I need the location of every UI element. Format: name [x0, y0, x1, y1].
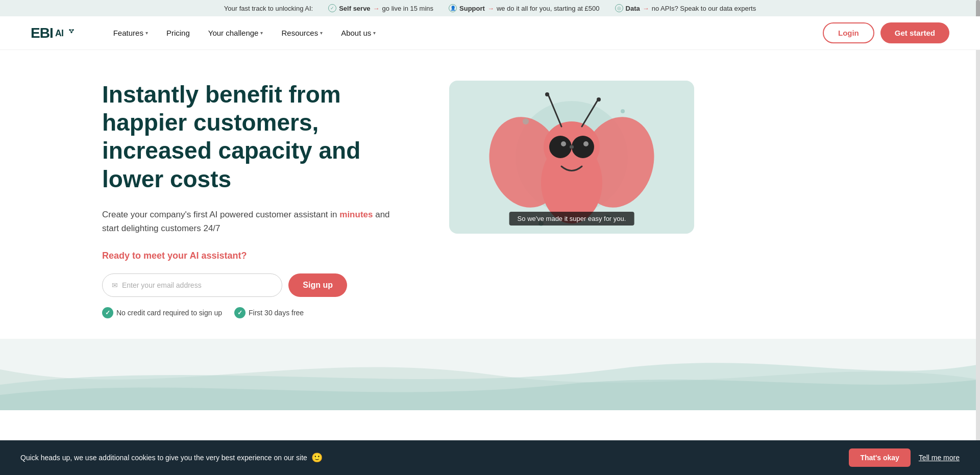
data-detail: no APIs? Speak to our data experts: [652, 5, 756, 12]
features-chevron-icon: ▾: [145, 30, 148, 36]
resources-chevron-icon: ▾: [320, 30, 323, 36]
banner-item-self-serve: ✓ Self serve → go live in 15 mins: [328, 4, 433, 12]
support-detail: we do it all for you, starting at £500: [497, 5, 600, 12]
data-label: Data: [626, 5, 640, 12]
check-icon-no-cc: ✓: [102, 307, 113, 318]
svg-line-5: [71, 30, 73, 32]
nav-actions: Login Get started: [823, 22, 949, 43]
nav-resources[interactable]: Resources ▾: [274, 24, 330, 41]
svg-point-24: [621, 109, 625, 113]
nav-pricing[interactable]: Pricing: [159, 24, 197, 41]
trust-badges: ✓ No credit card required to sign up ✓ F…: [102, 307, 408, 318]
navbar: EBI AI Features ▾ Pricing Your challenge: [0, 16, 980, 50]
data-icon: ◎: [615, 4, 623, 12]
svg-rect-21: [570, 145, 574, 148]
logo-text: EBI: [31, 25, 53, 41]
signup-button[interactable]: Sign up: [288, 273, 347, 297]
svg-point-18: [561, 141, 566, 146]
trust-badge-no-cc: ✓ No credit card required to sign up: [102, 307, 222, 318]
svg-point-25: [523, 118, 529, 124]
bug-illustration: So we've made it super easy for you.: [449, 81, 694, 234]
self-serve-icon: ✓: [328, 4, 336, 12]
self-serve-detail: go live in 15 mins: [382, 5, 433, 12]
hero-title: Instantly benefit from happier customers…: [102, 81, 408, 193]
mail-icon: ✉: [112, 281, 118, 289]
video-caption: So we've made it super easy for you.: [509, 212, 634, 226]
logo-ai-icon: AI: [55, 26, 76, 41]
nav-links: Features ▾ Pricing Your challenge ▾ Reso…: [106, 24, 823, 41]
hero-section: Instantly benefit from happier customers…: [0, 50, 980, 339]
nav-about-us[interactable]: About us ▾: [334, 24, 383, 41]
trust-badge-free-trial-label: First 30 days free: [249, 309, 304, 317]
check-icon-free-trial: ✓: [234, 307, 246, 318]
support-icon: 👤: [449, 4, 457, 12]
svg-point-19: [583, 141, 589, 146]
self-serve-label: Self serve: [339, 5, 370, 12]
svg-text:AI: AI: [55, 28, 63, 38]
trust-badge-free-trial: ✓ First 30 days free: [234, 307, 304, 318]
email-form: ✉ Sign up: [102, 273, 347, 297]
scrollbar[interactable]: [976, 0, 980, 410]
hero-right: So we've made it super easy for you.: [449, 81, 694, 234]
svg-point-14: [545, 92, 549, 96]
wave-section: [0, 339, 980, 410]
trust-badge-no-cc-label: No credit card required to sign up: [116, 309, 222, 317]
banner-item-data: ◎ Data → no APIs? Speak to our data expe…: [615, 4, 756, 12]
your-challenge-chevron-icon: ▾: [260, 30, 263, 36]
hero-left: Instantly benefit from happier customers…: [102, 81, 408, 318]
minutes-highlight: minutes: [339, 210, 373, 219]
get-started-button[interactable]: Get started: [880, 22, 949, 43]
top-banner: Your fast track to unlocking AI: ✓ Self …: [0, 0, 980, 16]
logo[interactable]: EBI AI: [31, 25, 76, 41]
ready-text: Ready to meet your AI assistant?: [102, 251, 408, 261]
email-input[interactable]: [122, 277, 273, 293]
about-us-chevron-icon: ▾: [373, 30, 376, 36]
nav-features[interactable]: Features ▾: [106, 24, 155, 41]
banner-prefix: Your fast track to unlocking AI:: [224, 5, 313, 12]
svg-point-15: [597, 97, 601, 102]
hero-subtitle: Create your company's first AI powered c…: [102, 208, 408, 235]
email-input-wrapper: ✉: [102, 273, 282, 297]
support-label: Support: [459, 5, 485, 12]
banner-item-support: 👤 Support → we do it all for you, starti…: [449, 4, 599, 12]
login-button[interactable]: Login: [823, 22, 874, 43]
nav-your-challenge[interactable]: Your challenge ▾: [201, 24, 271, 41]
svg-point-17: [572, 136, 594, 158]
svg-point-16: [549, 136, 572, 158]
video-container[interactable]: So we've made it super easy for you.: [449, 81, 694, 234]
svg-line-4: [69, 30, 71, 32]
